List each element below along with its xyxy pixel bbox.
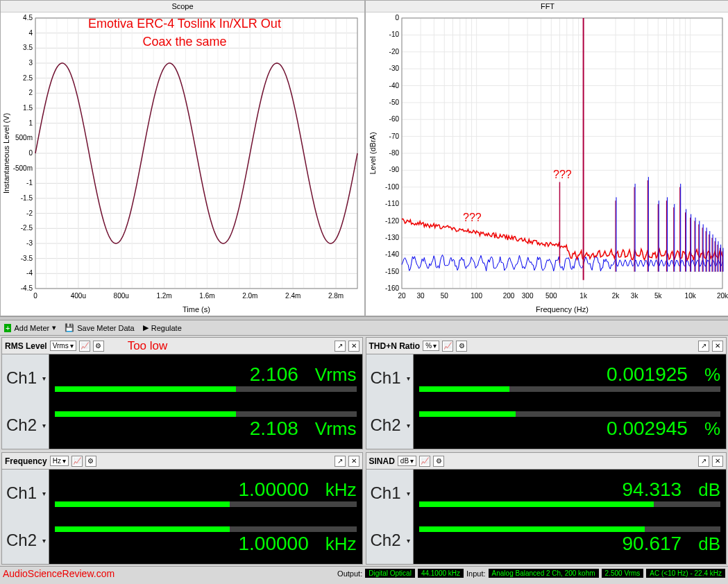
svg-text:-10: -10 — [389, 31, 400, 38]
regulate-button[interactable]: ▶Regulate — [143, 323, 182, 332]
svg-text:3.5: 3.5 — [23, 44, 33, 51]
sinad-unit-select[interactable]: dB ▾ — [398, 456, 416, 466]
chevron-down-icon[interactable]: ▾ — [407, 422, 410, 429]
svg-text:400u: 400u — [71, 292, 86, 300]
svg-text:-4.5: -4.5 — [21, 284, 33, 292]
svg-text:2.4m: 2.4m — [285, 292, 300, 300]
svg-text:0: 0 — [395, 14, 399, 22]
svg-text:Level (dBrA): Level (dBrA) — [369, 132, 377, 174]
sinad-ch1-value: 94.313 — [623, 479, 682, 501]
svg-text:-150: -150 — [385, 268, 399, 275]
svg-text:3k: 3k — [631, 292, 639, 300]
fft-body: ??? ??? 0-10-20-30-40-50-60-70-80-90-100… — [366, 12, 728, 316]
gear-icon[interactable]: ⚙ — [456, 341, 467, 352]
chevron-down-icon[interactable]: ▾ — [42, 490, 46, 497]
chevron-down-icon[interactable]: ▾ — [407, 537, 410, 544]
rms-ch1-value: 2.106 — [250, 363, 298, 386]
graph-icon[interactable]: 📈 — [71, 456, 83, 467]
svg-text:-70: -70 — [389, 132, 400, 140]
svg-text:-2.5: -2.5 — [21, 224, 33, 232]
output-label: Output: — [337, 569, 362, 578]
close-icon[interactable]: ✕ — [712, 456, 723, 467]
meter-sinad: SINAD dB ▾ 📈 ⚙ ↗ ✕ Ch1▾ 94.313dB Ch2▾ 90… — [366, 452, 727, 565]
input-type[interactable]: Analog Balanced 2 Ch, 200 kohm — [489, 569, 599, 578]
svg-text:300: 300 — [522, 292, 534, 300]
svg-text:200: 200 — [503, 292, 515, 300]
gear-icon[interactable]: ⚙ — [93, 341, 104, 352]
svg-text:Instantaneous Level (V): Instantaneous Level (V) — [2, 113, 10, 194]
svg-text:-40: -40 — [389, 82, 400, 89]
freq-ch2-label: Ch2▾ — [2, 517, 49, 564]
svg-text:800u: 800u — [114, 292, 129, 300]
svg-text:0: 0 — [33, 292, 37, 300]
svg-text:2: 2 — [28, 89, 33, 96]
svg-text:-140: -140 — [385, 250, 399, 258]
thdn-ch2-bar — [419, 411, 721, 417]
chevron-down-icon[interactable]: ▾ — [42, 422, 46, 429]
scope-body: Emotiva ERC-4 Toslink In/XLR Out Coax th… — [1, 12, 364, 316]
popout-icon[interactable]: ↗ — [698, 456, 709, 467]
svg-text:Time (s): Time (s) — [183, 305, 210, 314]
thdn-ch1-label: Ch1▾ — [366, 354, 414, 402]
rms-unit-select[interactable]: Vrms ▾ — [50, 341, 76, 351]
svg-text:-3: -3 — [26, 239, 33, 247]
rms-ch2-value: 2.108 — [250, 418, 298, 440]
chevron-down-icon[interactable]: ▾ — [407, 375, 410, 382]
popout-icon[interactable]: ↗ — [698, 341, 709, 352]
svg-text:-2: -2 — [26, 209, 33, 217]
status-bar: AudioScienceReview.com Output: Digital O… — [0, 566, 728, 580]
thdn-unit-select[interactable]: % ▾ — [423, 341, 439, 351]
gear-icon[interactable]: ⚙ — [433, 456, 444, 467]
svg-text:Frequency (Hz): Frequency (Hz) — [536, 305, 589, 314]
svg-text:20k: 20k — [717, 292, 728, 300]
sinad-ch1-unit: dB — [698, 479, 720, 501]
sinad-ch1-bar — [419, 501, 721, 507]
rms-ch1-label: Ch1▾ — [2, 354, 49, 402]
close-icon[interactable]: ✕ — [348, 456, 359, 467]
chevron-down-icon: ▾ — [70, 342, 74, 350]
chevron-down-icon[interactable]: ▾ — [407, 490, 410, 497]
svg-text:-110: -110 — [385, 200, 399, 207]
gear-icon[interactable]: ⚙ — [85, 456, 96, 467]
svg-text:-4: -4 — [26, 269, 33, 277]
add-meter-button[interactable]: +Add Meter ▾ — [4, 323, 56, 332]
popout-icon[interactable]: ↗ — [335, 341, 346, 352]
svg-text:1.5: 1.5 — [23, 104, 33, 112]
svg-text:-1.5: -1.5 — [21, 194, 33, 202]
rms-ch1-bar — [55, 386, 357, 392]
freq-ch2-unit: kHz — [325, 533, 357, 555]
svg-text:-1: -1 — [26, 179, 33, 187]
input-bw[interactable]: AC (<10 Hz) - 22.4 kHz — [646, 569, 725, 578]
freq-ch1-label: Ch1▾ — [2, 470, 49, 517]
sinad-label: SINAD — [369, 456, 395, 466]
svg-text:-60: -60 — [389, 115, 400, 123]
site-watermark: AudioScienceReview.com — [3, 568, 115, 579]
svg-text:100: 100 — [471, 292, 482, 300]
svg-text:4.5: 4.5 — [23, 14, 33, 22]
rms-ch2-unit: Vrms — [315, 418, 357, 440]
output-type[interactable]: Digital Optical — [365, 569, 415, 578]
rms-annotation: Too low — [128, 339, 168, 353]
svg-text:5k: 5k — [654, 292, 663, 300]
chevron-down-icon[interactable]: ▾ — [42, 537, 46, 544]
fft-title: FFT — [366, 1, 728, 12]
sinad-ch2-bar — [419, 526, 721, 532]
meters-grid: RMS Level Vrms ▾ 📈 ⚙ Too low ↗ ✕ Ch1▾ 2.… — [0, 336, 728, 566]
graph-icon[interactable]: 📈 — [419, 456, 430, 467]
popout-icon[interactable]: ↗ — [335, 456, 346, 467]
svg-text:500m: 500m — [15, 134, 33, 141]
input-range[interactable]: 2.500 Vrms — [602, 569, 644, 578]
graph-icon[interactable]: 📈 — [79, 341, 90, 352]
chevron-down-icon[interactable]: ▾ — [42, 375, 46, 382]
save-meter-button[interactable]: 💾Save Meter Data — [65, 323, 135, 332]
svg-text:-80: -80 — [389, 149, 400, 157]
freq-unit-select[interactable]: Hz ▾ — [50, 456, 69, 466]
output-rate[interactable]: 44.1000 kHz — [418, 569, 464, 578]
close-icon[interactable]: ✕ — [712, 341, 723, 352]
save-icon: 💾 — [65, 323, 74, 332]
freq-label: Frequency — [5, 456, 47, 466]
graph-icon[interactable]: 📈 — [442, 341, 453, 352]
close-icon[interactable]: ✕ — [348, 341, 359, 352]
svg-text:20: 20 — [398, 292, 406, 300]
charts-row: Scope Emotiva ERC-4 Toslink In/XLR Out C… — [0, 0, 728, 316]
